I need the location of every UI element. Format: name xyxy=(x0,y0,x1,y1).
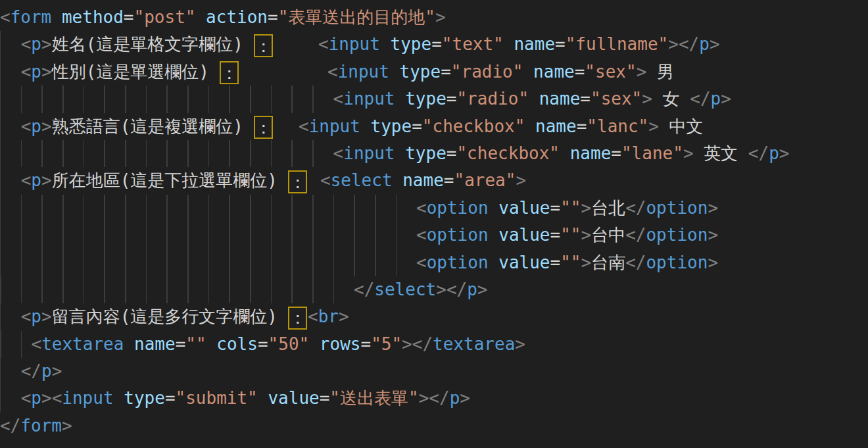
token-op: = xyxy=(258,331,268,358)
indent-guide xyxy=(0,167,21,194)
token-tag: p xyxy=(450,385,460,412)
token-str: "lanc" xyxy=(587,113,648,140)
token-punct: > xyxy=(436,276,446,303)
token-plain: 中文 xyxy=(659,113,704,140)
alignment-spacer xyxy=(239,59,327,86)
token-plain: 男 xyxy=(646,59,674,86)
code-editor[interactable]: <form method="post" action="表單送出的目的地"><p… xyxy=(0,0,868,448)
alignment-spacer xyxy=(243,113,254,140)
token-tag: textarea xyxy=(433,331,515,358)
token-tag: option xyxy=(427,195,489,222)
token-punct: > xyxy=(648,113,659,140)
token-plain xyxy=(114,385,124,412)
token-plain: 台南 xyxy=(591,249,625,276)
token-punct: > xyxy=(516,167,526,194)
token-str: "area" xyxy=(454,167,516,194)
indent-guide xyxy=(0,113,21,140)
token-plain: 台北 xyxy=(591,195,625,222)
token-punct: > xyxy=(581,249,591,276)
token-punct: > xyxy=(642,86,652,112)
unicode-highlight-box: ： xyxy=(220,61,239,84)
token-op: = xyxy=(611,140,621,167)
token-tag: option xyxy=(427,222,489,249)
token-tag: input xyxy=(309,113,360,140)
token-plain xyxy=(309,331,320,358)
token-attr: name xyxy=(134,331,176,358)
token-attr: action xyxy=(206,4,268,31)
token-punct: </ xyxy=(679,31,699,58)
token-tag: p xyxy=(31,113,41,140)
token-op: = xyxy=(431,31,442,58)
alignment-spacer xyxy=(243,31,254,58)
token-tag: form xyxy=(20,412,62,439)
token-op: = xyxy=(441,59,451,86)
token-plain xyxy=(389,59,400,86)
code-line: <option value="">台北</option> xyxy=(0,195,868,222)
token-punct: > xyxy=(339,303,349,330)
token-punct: > xyxy=(41,385,52,412)
token-punct: </ xyxy=(625,195,646,222)
token-tag: p xyxy=(31,59,41,86)
token-punct: > xyxy=(708,249,718,276)
token-tag: input xyxy=(329,31,380,58)
token-str: "sex" xyxy=(585,59,636,86)
token-punct: > xyxy=(779,140,790,167)
code-line: <textarea name="" cols="50" rows="5"></t… xyxy=(0,331,868,358)
token-str: "sex" xyxy=(591,86,642,112)
token-plain xyxy=(504,31,514,58)
token-plain xyxy=(489,222,499,249)
code-line: <form method="post" action="表單送出的目的地"> xyxy=(0,4,868,31)
token-punct: < xyxy=(333,86,344,112)
token-op: = xyxy=(575,59,585,86)
token-tag: p xyxy=(711,86,721,112)
alignment-spacer xyxy=(277,303,288,330)
token-punct: < xyxy=(0,4,11,31)
token-tag: input xyxy=(62,385,113,412)
token-tag: input xyxy=(343,86,395,112)
token-punct: < xyxy=(21,59,32,86)
indent-guide xyxy=(0,195,416,222)
token-plain: 英文 xyxy=(694,140,748,167)
token-attr: value xyxy=(498,222,550,249)
token-attr: name xyxy=(570,140,612,167)
token-plain: 姓名(這是單格文字欄位) xyxy=(52,31,243,58)
token-attr: name xyxy=(535,113,577,140)
token-plain xyxy=(489,195,499,222)
token-punct: </ xyxy=(625,249,646,276)
token-tag: p xyxy=(31,303,41,330)
token-punct: > xyxy=(637,59,647,86)
token-op: = xyxy=(360,331,371,358)
token-punct: > xyxy=(683,140,694,167)
token-punct: </ xyxy=(748,140,769,167)
token-tag: p xyxy=(41,358,52,385)
token-punct: < xyxy=(416,249,427,276)
token-punct: </ xyxy=(21,358,41,385)
token-punct: </ xyxy=(446,276,467,303)
code-line: <p>所在地區(這是下拉選單欄位)：<select name="area"> xyxy=(0,167,868,194)
token-punct: > xyxy=(435,4,446,31)
token-tag: br xyxy=(318,303,339,330)
token-punct: > xyxy=(41,167,52,194)
token-attr: method xyxy=(62,4,124,31)
token-attr: name xyxy=(539,86,581,112)
token-punct: > xyxy=(710,31,720,58)
token-plain xyxy=(560,140,570,167)
indent-guide xyxy=(0,331,32,358)
token-punct: < xyxy=(299,113,309,140)
code-line: <input type="radio" name="sex"> 女 </p> xyxy=(0,86,868,112)
token-punct: </ xyxy=(429,385,449,412)
token-attr: name xyxy=(533,59,575,86)
token-tag: form xyxy=(11,4,52,31)
token-str: "lane" xyxy=(621,140,683,167)
token-attr: value xyxy=(498,249,550,276)
token-punct: > xyxy=(41,31,52,58)
alignment-spacer xyxy=(308,167,320,194)
token-punct: > xyxy=(41,303,52,330)
token-tag: textarea xyxy=(41,331,124,358)
token-punct: </ xyxy=(625,222,646,249)
token-str: "" xyxy=(185,331,206,358)
token-punct: < xyxy=(21,113,32,140)
token-attr: type xyxy=(391,31,432,58)
token-str: "50" xyxy=(268,331,310,358)
unicode-highlight-box: ： xyxy=(288,170,307,193)
